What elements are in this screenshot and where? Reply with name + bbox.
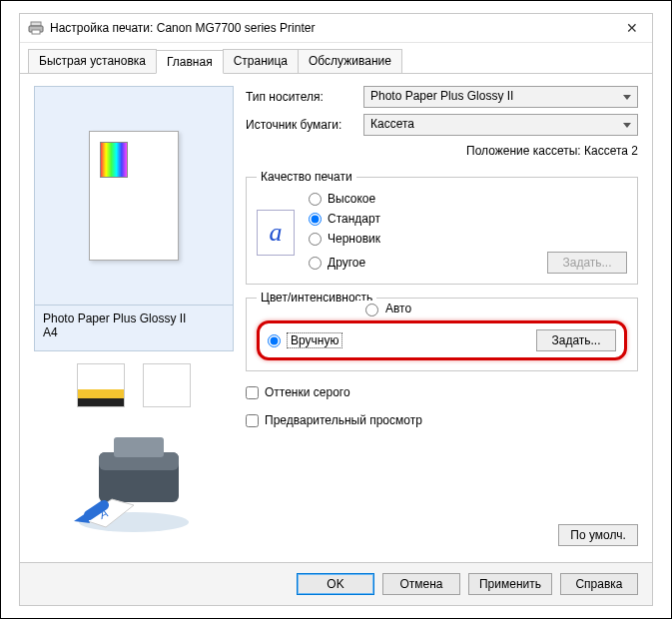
- radio-input[interactable]: [309, 233, 322, 246]
- grayscale-label: Оттенки серого: [265, 385, 350, 399]
- quality-fieldset: Качество печати a Высокое Стандарт Черно…: [246, 170, 638, 285]
- preview-size-label: A4: [43, 325, 225, 339]
- preview-label: Photo Paper Plus Glossy II A4: [34, 306, 234, 351]
- outer-frame: Настройка печати: Canon MG7700 series Pr…: [0, 0, 672, 619]
- right-panel: Тип носителя: Photo Paper Plus Glossy II…: [246, 86, 638, 550]
- paper-source-select[interactable]: Кассета: [363, 114, 638, 136]
- printer-illustration: A: [34, 427, 234, 537]
- apply-button[interactable]: Применить: [468, 573, 552, 595]
- preview-media-label: Photo Paper Plus Glossy II: [43, 311, 225, 325]
- media-type-row: Тип носителя: Photo Paper Plus Glossy II: [246, 86, 638, 108]
- radio-input[interactable]: [309, 193, 322, 206]
- quality-other-radio[interactable]: [309, 257, 322, 270]
- dialog-footer: OK Отмена Применить Справка: [20, 562, 652, 605]
- radio-input[interactable]: [309, 213, 322, 226]
- tab-strip: Быстрая установка Главная Страница Обслу…: [20, 43, 652, 74]
- color-thumb[interactable]: [77, 363, 125, 407]
- color-fieldset: Цвет/интенсивность Авто Вручную Задать..…: [246, 291, 638, 371]
- media-type-select[interactable]: Photo Paper Plus Glossy II: [363, 86, 638, 108]
- svg-rect-2: [32, 30, 40, 34]
- print-settings-dialog: Настройка печати: Canon MG7700 series Pr…: [19, 13, 653, 606]
- preview-checkbox[interactable]: [246, 414, 259, 427]
- help-button[interactable]: Справка: [560, 573, 638, 595]
- svg-rect-0: [31, 22, 41, 26]
- dialog-title: Настройка печати: Canon MG7700 series Pr…: [50, 21, 620, 35]
- defaults-button[interactable]: По умолч.: [558, 524, 638, 546]
- ok-button[interactable]: OK: [297, 573, 374, 595]
- titlebar: Настройка печати: Canon MG7700 series Pr…: [20, 14, 652, 43]
- gradient-swatch-icon: [100, 142, 128, 178]
- tab-maintenance[interactable]: Обслуживание: [298, 49, 402, 73]
- paper-source-label: Источник бумаги:: [246, 118, 355, 132]
- color-auto-radio[interactable]: Авто: [356, 301, 415, 316]
- grayscale-checkbox[interactable]: [246, 386, 259, 399]
- thumb-row: [34, 363, 234, 407]
- color-manual-radio[interactable]: Вручную: [268, 332, 526, 348]
- preview-checkbox-row[interactable]: Предварительный просмотр: [246, 413, 638, 427]
- page-preview: [89, 131, 179, 261]
- grayscale-checkbox-row[interactable]: Оттенки серого: [246, 385, 638, 399]
- svg-rect-6: [114, 437, 164, 457]
- tab-main[interactable]: Главная: [156, 50, 224, 74]
- quality-draft-radio[interactable]: Черновик: [309, 232, 627, 246]
- quality-set-button[interactable]: Задать...: [547, 252, 627, 274]
- quality-icon: a: [257, 210, 295, 256]
- quality-other-row: Другое Задать...: [309, 252, 627, 274]
- tab-quick-setup[interactable]: Быстрая установка: [28, 49, 157, 73]
- page-preview-area: [34, 86, 234, 306]
- left-panel: Photo Paper Plus Glossy II A4 A: [34, 86, 234, 550]
- blank-thumb[interactable]: [143, 363, 191, 407]
- radio-input[interactable]: [268, 334, 281, 347]
- quality-standard-radio[interactable]: Стандарт: [309, 212, 627, 226]
- paper-source-row: Источник бумаги: Кассета: [246, 114, 638, 136]
- cancel-button[interactable]: Отмена: [382, 573, 460, 595]
- media-type-label: Тип носителя:: [246, 90, 355, 104]
- color-set-button[interactable]: Задать...: [536, 329, 616, 351]
- close-button[interactable]: ✕: [620, 20, 644, 36]
- printer-icon: [28, 21, 44, 35]
- cassette-position-label: Положение кассеты: Кассета 2: [246, 144, 638, 158]
- radio-input[interactable]: [365, 304, 378, 316]
- highlight-annotation: Вручную Задать...: [257, 320, 627, 360]
- tab-page[interactable]: Страница: [223, 49, 299, 73]
- quality-legend: Качество печати: [257, 170, 356, 184]
- preview-label-text: Предварительный просмотр: [265, 413, 422, 427]
- quality-high-radio[interactable]: Высокое: [309, 192, 627, 206]
- dialog-body: Photo Paper Plus Glossy II A4 A: [20, 74, 652, 562]
